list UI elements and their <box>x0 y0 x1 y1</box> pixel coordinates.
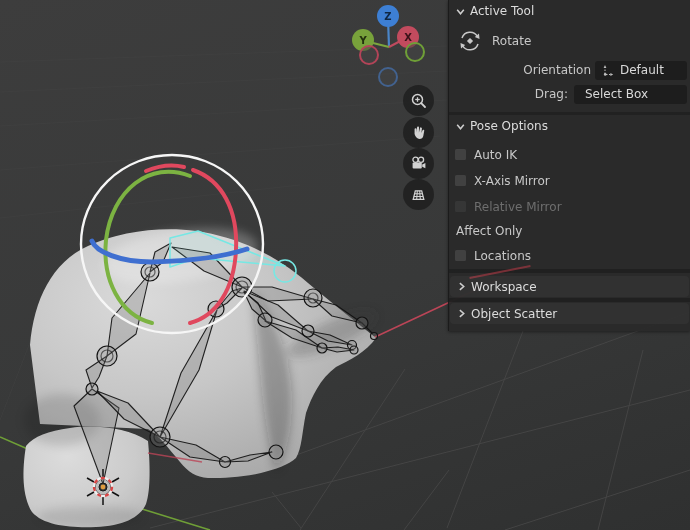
x-axis-label: X <box>404 32 412 43</box>
object-scatter-panel-header[interactable]: Object Scatter <box>450 303 689 324</box>
zoom-button[interactable] <box>403 85 434 116</box>
blender-window: Z Y X <box>0 0 690 530</box>
camera-icon <box>410 155 427 172</box>
relative-mirror-checkbox <box>454 200 467 213</box>
pan-button[interactable] <box>403 117 434 148</box>
auto-ik-checkbox[interactable] <box>454 148 467 161</box>
auto-ik-label: Auto IK <box>474 148 517 162</box>
locations-checkbox[interactable] <box>454 249 467 262</box>
nav-axis-neg-z-ball[interactable] <box>379 68 397 86</box>
nav-axis-neg-x-ball[interactable] <box>360 46 378 64</box>
camera-view-button[interactable] <box>403 148 434 179</box>
affect-only-label: Affect Only <box>456 224 522 238</box>
nav-axis-neg-y-ball[interactable] <box>406 43 424 61</box>
nav-gizmo[interactable]: Z Y X <box>352 5 424 86</box>
drag-dropdown[interactable]: Select Box <box>574 85 687 104</box>
drag-label: Drag: <box>449 87 568 101</box>
rotate-icon <box>458 29 482 53</box>
panel-separator <box>449 269 690 273</box>
orientation-row: Orientation Default <box>449 60 690 80</box>
x-axis-line <box>373 301 452 338</box>
orientation-label: Orientation <box>449 63 591 77</box>
workspace-panel-header[interactable]: Workspace <box>450 276 689 297</box>
object-scatter-panel-title: Object Scatter <box>471 307 557 321</box>
active-tool-name: Rotate <box>492 34 531 48</box>
x-axis-mirror-row: X-Axis Mirror <box>449 173 690 188</box>
orientation-gizmo-icon <box>601 64 614 77</box>
hand-icon <box>410 124 427 141</box>
active-tool-panel-title: Active Tool <box>470 4 534 18</box>
chevron-right-icon <box>456 308 467 319</box>
x-axis-mirror-checkbox[interactable] <box>454 174 467 187</box>
chevron-down-icon <box>455 6 466 17</box>
locations-label: Locations <box>474 249 531 263</box>
orientation-value: Default <box>620 63 664 77</box>
magnifier-plus-icon <box>410 92 427 109</box>
panel-separator <box>449 112 690 115</box>
active-tool-panel-header[interactable]: Active Tool <box>449 2 690 20</box>
pose-options-panel-title: Pose Options <box>470 119 548 133</box>
drag-value: Select Box <box>585 87 648 101</box>
z-axis-label: Z <box>384 11 391 22</box>
grid-perspective-icon <box>410 186 427 203</box>
nav-axis-z-ball[interactable]: Z <box>377 5 399 27</box>
drag-row: Drag: Select Box <box>449 84 690 104</box>
chevron-right-icon <box>456 281 467 292</box>
relative-mirror-label: Relative Mirror <box>474 200 562 214</box>
auto-ik-row: Auto IK <box>449 147 690 162</box>
orientation-dropdown[interactable]: Default <box>595 61 687 80</box>
pose-options-panel-header[interactable]: Pose Options <box>449 117 690 135</box>
active-tool-row[interactable]: Rotate <box>449 28 690 54</box>
tool-sidebar: Active Tool Rotate Orientation <box>448 0 690 331</box>
panel-separator <box>449 298 690 302</box>
relative-mirror-row: Relative Mirror <box>449 199 690 214</box>
chevron-down-icon <box>455 121 466 132</box>
affect-only-row: Affect Only <box>449 223 690 238</box>
y-axis-label: Y <box>358 35 367 46</box>
workspace-panel-title: Workspace <box>471 280 537 294</box>
locations-row: Locations <box>449 248 690 263</box>
y-axis-line-left <box>0 437 30 450</box>
x-axis-mirror-label: X-Axis Mirror <box>474 174 550 188</box>
projection-toggle-button[interactable] <box>403 179 434 210</box>
